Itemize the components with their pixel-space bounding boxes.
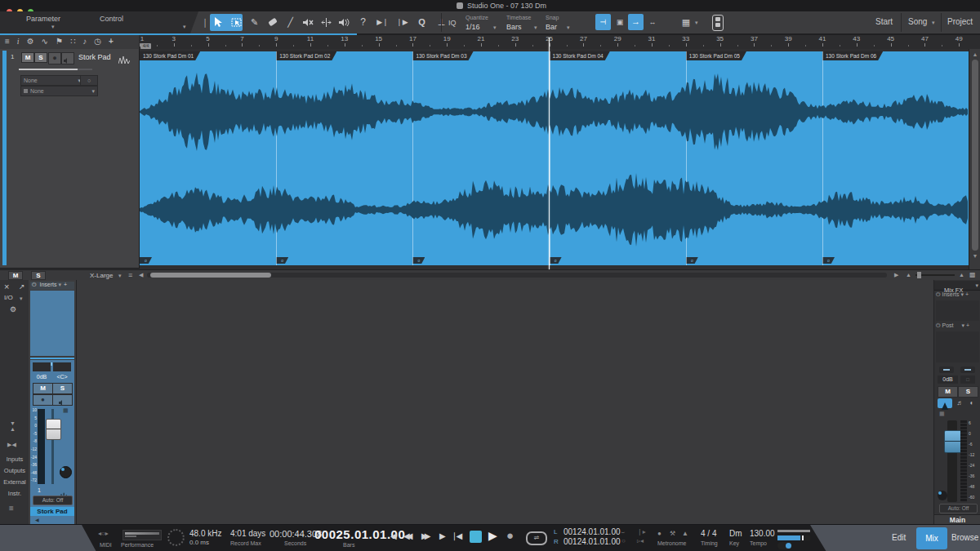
timebase-value-dropdown[interactable]: Bars [506,23,522,31]
snap-value-dropdown[interactable]: Bar [546,23,557,31]
scroll-left-icon[interactable]: ◀ [139,272,143,278]
main-fader-handle[interactable] [944,430,962,453]
audio-clip[interactable]: 130 Stork Pad Dm 04o [550,51,686,265]
main-automation-button[interactable]: Auto: Off [939,504,978,513]
zoom-slider-thumb[interactable] [917,272,921,278]
audio-clip[interactable]: 130 Stork Pad Dm 05o [686,51,822,265]
marker-flag-icon[interactable]: ⚑ [56,37,63,46]
audio-clip[interactable]: 130 Stork Pad Dm 03o [412,51,549,265]
channel-settings-icon[interactable]: ⚙ [10,305,16,313]
clip-name-tab[interactable]: 130 Stork Pad Dm 05 [686,51,746,60]
pan-control[interactable] [33,362,51,371]
main-inserts-power-icon[interactable]: ⏻ [936,291,941,297]
detach-console-icon[interactable]: ↗ [19,282,25,291]
scroll-down-icon[interactable]: ▼ [969,253,980,259]
play-from-cursor-icon[interactable]: ▶❘ [374,14,391,30]
project-page-button[interactable]: Project [947,17,973,26]
time-signature-value[interactable]: 4 / 4 [701,529,716,538]
chord-track-icon[interactable]: ♪ [82,37,87,46]
paint-tool-icon[interactable]: ╱ [282,14,299,30]
grid-options-button[interactable]: ▦ [679,16,693,29]
channel-gain-value[interactable]: 0dB [33,374,51,381]
scroll-up-icon[interactable]: ▲ [969,51,980,57]
song-page-button[interactable]: Song [908,17,927,26]
main-talkback-mic-icon[interactable]: ♬ [956,398,964,408]
clip-fade-handle[interactable]: o [550,257,562,264]
vertical-scrollbar[interactable]: ▲ ▼ [969,49,980,269]
clip-name-tab[interactable]: 130 Stork Pad Dm 04 [550,51,610,60]
main-pan-left[interactable] [939,367,954,373]
main-add-insert-icon[interactable]: + [965,291,969,297]
horizontal-scrollbar[interactable] [147,273,887,278]
range-bracket-icon[interactable]: ❘ [201,14,209,30]
channel-prev-icon[interactable]: ◀ [35,517,39,522]
split-tool-icon[interactable]: ✎ [246,14,263,30]
mute-tool-icon[interactable] [300,14,317,30]
grid-chevron-icon[interactable]: ▾ [695,20,698,26]
channel-mute-button[interactable]: M [33,383,53,394]
main-grid-icon[interactable]: ▦ [939,411,945,417]
time-signature-chip[interactable]: 4/4 [140,43,151,49]
loop-start-value[interactable]: 00124.01.01.00 [564,527,621,536]
preroll-options-icon[interactable]: ○ [621,537,626,544]
audio-clip[interactable]: 130 Stork Pad Dm 01o [140,51,276,265]
inserts-power-icon[interactable]: ⏻ [32,282,37,287]
console-nav-inputs[interactable]: Inputs [1,454,29,464]
channel-solo-button[interactable]: S [52,383,73,394]
console-nav-outputs[interactable]: Outputs [1,465,29,476]
channel-name-label[interactable]: Stork Pad [30,507,74,516]
return-to-start-button[interactable]: ❘◀ [451,531,461,540]
preroll-icon[interactable]: ⌣ [621,528,625,536]
main-post-panel[interactable] [936,331,979,362]
main-post-chevron-icon[interactable]: ▾ [961,322,964,328]
layers-button[interactable] [712,15,724,31]
main-link-button[interactable]: □ [960,375,975,384]
track-height-button[interactable]: ↔ [646,16,659,29]
track-size-dropdown[interactable]: X-Large [90,272,113,279]
parameter-dropdown[interactable]: Parameter [26,15,60,23]
footer-menu-icon[interactable]: ≡ [128,271,132,279]
tempo-value[interactable]: 130.00 [750,529,775,538]
punch-icon[interactable]: ▹◂ [637,537,644,544]
narrow-channels-icon[interactable]: ▶◀ [7,442,16,448]
mix-fx-chevron-icon[interactable]: ▾ [975,282,978,289]
pan-control-right[interactable] [53,362,71,371]
console-workspace[interactable] [77,280,933,524]
browse-view-button[interactable]: Browse [951,533,978,542]
arrow-tool-icon[interactable] [210,14,227,30]
record-button[interactable]: ● [506,528,514,542]
audio-clip[interactable]: 130 Stork Pad Dm 06o [822,51,969,265]
play-button[interactable]: ▶ [488,529,497,542]
performance-meter[interactable] [122,530,162,540]
console-nav-external[interactable]: External [1,477,29,487]
channel-monitor-button[interactable] [52,394,73,406]
loop-button[interactable]: ⇌ [526,531,547,545]
step-back-button[interactable]: ◀ [390,531,397,540]
key-value[interactable]: Dm [729,529,742,538]
range-select-tool-icon[interactable] [228,14,245,30]
rewind-button[interactable]: ◀◀ [403,531,409,540]
mix-view-button[interactable]: Mix [916,527,947,549]
scrollbar-thumb[interactable] [972,60,978,251]
main-solo-button[interactable]: S [958,386,978,398]
track-list-menu-icon[interactable]: ≡ [5,37,10,46]
audio-engine-toggle[interactable] [777,542,792,549]
quantize-chevron-icon[interactable]: ▾ [493,24,497,31]
audio-clip[interactable]: 130 Stork Pad Dm 02o [276,51,412,265]
arranger-icon[interactable]: ∷ [70,37,75,46]
clip-fade-handle[interactable]: o [276,257,288,264]
stop-button[interactable] [470,531,482,543]
control-dropdown[interactable]: Control [100,15,123,23]
timebase-chevron-icon[interactable]: ▾ [534,24,537,31]
main-add-post-icon[interactable]: + [966,322,969,328]
zoom-preset-icon[interactable]: ▩ [969,271,976,278]
zoom-play-icon[interactable]: ▶ [894,272,898,278]
main-mute-button[interactable]: M [938,386,958,398]
channel-pan-value[interactable]: <C> [53,374,71,381]
step-forward-button[interactable]: ▶ [439,531,446,540]
snap-relative-button[interactable]: ▣ [613,16,626,29]
io-dropdown[interactable]: I/O [4,294,13,301]
main-inserts-panel[interactable] [936,300,979,321]
parameter-chevron-icon[interactable]: ▾ [51,24,55,30]
tempo-track-icon[interactable]: ◷ [94,37,101,46]
